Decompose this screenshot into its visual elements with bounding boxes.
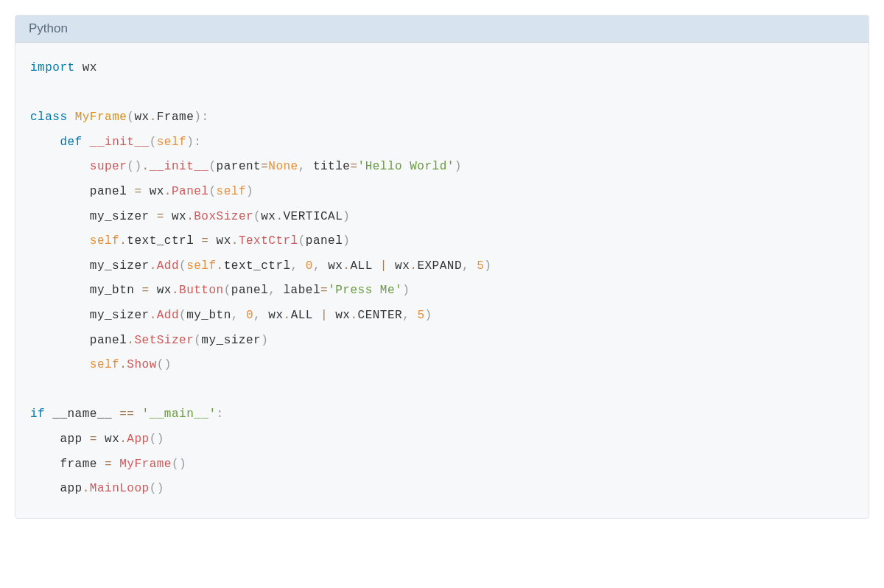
code-token: wx	[387, 259, 410, 273]
code-token: VERTICAL	[284, 210, 343, 223]
code-token: ,	[268, 284, 276, 297]
code-token: my_sizer	[201, 334, 261, 347]
code-token: )	[261, 334, 268, 347]
code-token: ,	[462, 259, 469, 273]
code-token: SetSizer	[134, 334, 194, 347]
code-token: panel	[231, 284, 269, 297]
code-token: import	[30, 61, 75, 74]
code-body[interactable]: import wx class MyFrame(wx.Frame): def _…	[15, 43, 869, 518]
code-token: )	[455, 160, 462, 173]
code-token: =	[90, 433, 97, 446]
code-token: .	[142, 160, 150, 173]
code-token: ,	[253, 309, 261, 322]
code-token: 5	[477, 259, 484, 273]
code-token: (	[127, 111, 134, 124]
code-token: wx	[150, 284, 172, 297]
code-token: (	[298, 234, 306, 248]
code-line: self.Show()	[30, 353, 854, 378]
code-token: super	[90, 160, 127, 173]
code-token: EXPAND	[417, 259, 462, 273]
code-token: .	[119, 358, 127, 371]
code-token: app	[30, 433, 90, 446]
code-token: .	[127, 334, 134, 347]
code-token: )	[343, 210, 350, 223]
code-token: wx	[97, 433, 119, 446]
code-token: (	[224, 284, 231, 297]
code-line: my_sizer.Add(my_btn, 0, wx.ALL | wx.CENT…	[30, 304, 854, 329]
code-token: (	[127, 160, 134, 173]
code-token: self	[90, 234, 119, 248]
code-token: if	[30, 407, 45, 421]
code-line: panel = wx.Panel(self)	[30, 180, 854, 205]
code-token: .	[186, 210, 194, 223]
code-token: parent	[217, 160, 262, 173]
code-token: BoxSizer	[194, 210, 253, 223]
code-token: 5	[417, 309, 424, 322]
code-token: .	[410, 259, 417, 273]
code-token	[30, 234, 90, 248]
code-token: (	[179, 309, 186, 322]
code-token: wx	[164, 210, 186, 223]
code-token: .	[150, 259, 157, 273]
code-token: label	[276, 284, 320, 297]
code-token	[134, 407, 141, 421]
code-token: =	[261, 160, 268, 173]
code-token: wx	[208, 234, 231, 248]
code-line: frame = MyFrame()	[30, 452, 854, 477]
code-token: Button	[179, 284, 224, 297]
code-token: Add	[157, 309, 179, 322]
code-token: my_btn	[186, 309, 231, 322]
code-line: app.MainLoop()	[30, 477, 854, 502]
code-token: app	[30, 482, 83, 495]
code-token: App	[127, 433, 149, 446]
code-line: my_btn = wx.Button(panel, label='Press M…	[30, 279, 854, 304]
code-token	[298, 259, 306, 273]
code-token: (	[157, 358, 164, 371]
code-line: def __init__(self):	[30, 130, 854, 155]
code-token: CENTER	[358, 309, 403, 322]
code-token: Add	[157, 259, 179, 273]
code-token: |	[320, 309, 328, 322]
code-line	[30, 81, 854, 106]
code-token: .	[231, 234, 239, 248]
code-token: ,	[313, 259, 320, 273]
code-token: (	[253, 210, 261, 223]
code-token: __init__	[150, 160, 209, 173]
code-token: :	[217, 407, 224, 421]
code-token: __init__	[90, 136, 150, 149]
code-token: class	[30, 111, 68, 124]
code-token: .	[217, 259, 224, 273]
code-token	[30, 136, 60, 149]
code-token: None	[268, 160, 298, 173]
code-token: .	[172, 284, 179, 297]
code-token: )	[186, 136, 194, 149]
code-token: wx	[261, 309, 283, 322]
code-token: =	[134, 185, 141, 198]
code-token: 0	[306, 259, 313, 273]
code-token: .	[343, 259, 350, 273]
code-token: my_sizer	[30, 259, 150, 273]
code-line: super().__init__(parent=None, title='Hel…	[30, 155, 854, 180]
code-token: MainLoop	[90, 482, 150, 495]
language-label: Python	[29, 21, 68, 35]
code-token: (	[150, 433, 157, 446]
code-token: text_ctrl	[224, 259, 291, 273]
code-token: =	[320, 284, 328, 297]
code-token: )	[164, 358, 172, 371]
code-token: frame	[30, 458, 105, 471]
code-token: )	[134, 160, 141, 173]
code-token: self	[157, 136, 186, 149]
code-token: )	[157, 433, 164, 446]
code-token: .	[284, 309, 291, 322]
code-token: ,	[231, 309, 239, 322]
code-token	[83, 136, 90, 149]
code-token: '__main__'	[142, 407, 217, 421]
code-token: )	[157, 482, 164, 495]
code-token: self	[186, 259, 216, 273]
code-token: Panel	[172, 185, 209, 198]
code-token: .	[350, 309, 357, 322]
code-token: )	[246, 185, 253, 198]
code-token: wx	[320, 259, 343, 273]
code-token: wx	[134, 111, 149, 124]
code-token: |	[380, 259, 387, 273]
